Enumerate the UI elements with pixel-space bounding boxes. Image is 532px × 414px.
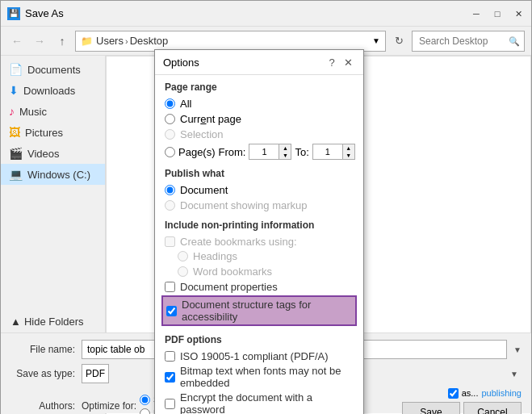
from-input[interactable] <box>249 144 279 160</box>
document-radio[interactable] <box>165 185 175 195</box>
document-label: Document <box>180 184 228 196</box>
address-sep-1: › <box>125 36 128 46</box>
dialog-close-button[interactable]: ✕ <box>341 55 355 69</box>
to-spin-down[interactable]: ▼ <box>343 152 354 159</box>
from-spin-down[interactable]: ▼ <box>279 152 291 159</box>
pages-label: Page(s) <box>178 146 216 158</box>
optimize-for-label: Optimize for: <box>82 400 136 412</box>
address-icon: 📁 <box>81 36 93 47</box>
file-name-label: File name: <box>10 344 75 355</box>
sidebar-item-label: Documents <box>27 64 81 76</box>
window-controls: ─ □ ✕ <box>467 4 528 23</box>
document-markup-radio[interactable] <box>165 200 175 211</box>
to-spin-btns: ▲ ▼ <box>343 144 355 160</box>
page-range-pages: Page(s) From: ▲ ▼ To: ▲ ▼ <box>165 144 354 160</box>
publishing-link[interactable]: publishing <box>481 388 522 399</box>
save-type-label: Save as type: <box>10 368 75 379</box>
minimize-button[interactable]: ─ <box>467 4 486 23</box>
document-markup-label: Document showing markup <box>180 199 308 211</box>
non-printing-section: Include non-printing information Create … <box>165 220 354 326</box>
page-range-selection: Selection <box>165 128 354 140</box>
sidebar-item-windows[interactable]: 💻 Windows (C:) <box>1 164 105 185</box>
save-type-select[interactable]: PDF <box>82 364 109 383</box>
create-bookmarks-checkbox[interactable] <box>165 236 175 247</box>
to-spinner: ▲ ▼ <box>312 144 355 160</box>
bitmap-text-label: Bitmap text when fonts may not be embedd… <box>180 365 354 389</box>
dialog-body: Page range All Current page Selection Pa… <box>155 75 363 414</box>
sidebar-item-music[interactable]: ♪ Music <box>1 101 105 122</box>
doc-structure-tags-label: Document structure tags for accessibilit… <box>182 299 352 323</box>
refresh-button[interactable]: ↻ <box>389 31 408 51</box>
doc-properties-row: Document properties <box>165 281 354 293</box>
non-printing-label: Include non-printing information <box>165 220 354 231</box>
sidebar-item-documents[interactable]: 📄 Documents <box>1 59 105 80</box>
search-wrapper: 🔍 <box>412 31 525 52</box>
from-spin-up[interactable]: ▲ <box>279 144 291 152</box>
save-as-window: 💾 Save As ─ □ ✕ ← → ↑ 📁 Users › Desktop … <box>0 0 532 414</box>
from-spinner: ▲ ▼ <box>249 144 291 160</box>
close-button[interactable]: ✕ <box>509 4 528 23</box>
sidebar-item-pictures[interactable]: 🖼 Pictures <box>1 122 105 143</box>
encrypt-checkbox[interactable] <box>165 399 175 409</box>
headings-radio[interactable] <box>178 251 188 261</box>
pages-radio[interactable] <box>165 147 175 157</box>
documents-icon: 📄 <box>9 63 23 76</box>
authors-label: Authors: <box>10 400 75 412</box>
address-part-desktop: Desktop <box>130 35 169 47</box>
window-title: Save As <box>25 7 525 19</box>
pictures-icon: 🖼 <box>9 126 20 139</box>
bitmap-text-row: Bitmap text when fonts may not be embedd… <box>165 365 354 389</box>
doc-properties-checkbox[interactable] <box>165 282 175 292</box>
bitmap-text-checkbox[interactable] <box>165 372 175 383</box>
sidebar-item-videos[interactable]: 🎬 Videos <box>1 143 105 164</box>
up-button[interactable]: ↑ <box>52 31 72 51</box>
selection-radio[interactable] <box>165 129 175 140</box>
cancel-button[interactable]: Cancel <box>463 402 522 414</box>
create-bookmarks-label: Create bookmarks using: <box>180 236 297 248</box>
all-label: All <box>180 98 191 110</box>
publish-markup: Document showing markup <box>165 199 354 211</box>
dropdown-arrow-1: ▼ <box>513 345 522 354</box>
options-dialog: Options ? ✕ Page range All Current page <box>154 49 364 414</box>
address-dropdown-arrow[interactable]: ▼ <box>372 36 380 45</box>
iso-compliant-checkbox[interactable] <box>165 351 175 362</box>
headings-row: Headings <box>178 250 354 262</box>
back-button[interactable]: ← <box>7 31 27 51</box>
search-input[interactable] <box>412 31 525 52</box>
doc-structure-tags-row: Document structure tags for accessibilit… <box>161 295 357 326</box>
drive-icon: 💻 <box>9 168 23 181</box>
to-spin-up[interactable]: ▲ <box>343 144 354 152</box>
action-buttons: Save Cancel <box>402 402 522 414</box>
save-button[interactable]: Save <box>402 402 460 414</box>
from-spin-btns: ▲ ▼ <box>279 144 291 160</box>
current-page-radio[interactable] <box>165 114 175 124</box>
selection-label: Selection <box>180 128 223 140</box>
title-bar: 💾 Save As ─ □ ✕ <box>1 1 531 27</box>
publish-what-label: Publish what <box>165 168 354 179</box>
word-bookmarks-radio[interactable] <box>178 266 188 277</box>
maximize-button[interactable]: □ <box>488 4 507 23</box>
publish-what-section: Publish what Document Document showing m… <box>165 168 354 211</box>
address-bar: 📁 Users › Desktop ▼ <box>75 31 386 52</box>
videos-icon: 🎬 <box>9 147 23 160</box>
iso-compliant-label: ISO 19005-1 compliant (PDF/A) <box>180 350 329 362</box>
current-page-label: Current page <box>180 113 241 125</box>
optimize-minimum-radio[interactable] <box>140 408 150 415</box>
page-range-all: All <box>165 98 354 110</box>
sidebar-item-downloads[interactable]: ⬇ Downloads <box>1 80 105 101</box>
dialog-help-button[interactable]: ? <box>325 55 339 69</box>
hide-folders-arrow: ▲ <box>10 316 21 328</box>
optimize-standard-radio[interactable] <box>140 395 150 405</box>
forward-button[interactable]: → <box>30 31 49 51</box>
encrypt-row: Encrypt the document with a password <box>165 391 354 414</box>
sidebar-item-label: Downloads <box>23 85 75 97</box>
open-after-publish-checkbox[interactable] <box>448 388 459 399</box>
all-radio[interactable] <box>165 98 175 109</box>
to-input[interactable] <box>312 144 343 160</box>
downloads-icon: ⬇ <box>9 84 19 97</box>
sidebar-item-label: Videos <box>27 148 60 160</box>
dialog-title-bar: Options ? ✕ <box>155 50 363 75</box>
iso-compliant-row: ISO 19005-1 compliant (PDF/A) <box>165 350 354 362</box>
doc-structure-tags-checkbox[interactable] <box>166 306 177 316</box>
address-part-users: Users <box>96 35 124 47</box>
